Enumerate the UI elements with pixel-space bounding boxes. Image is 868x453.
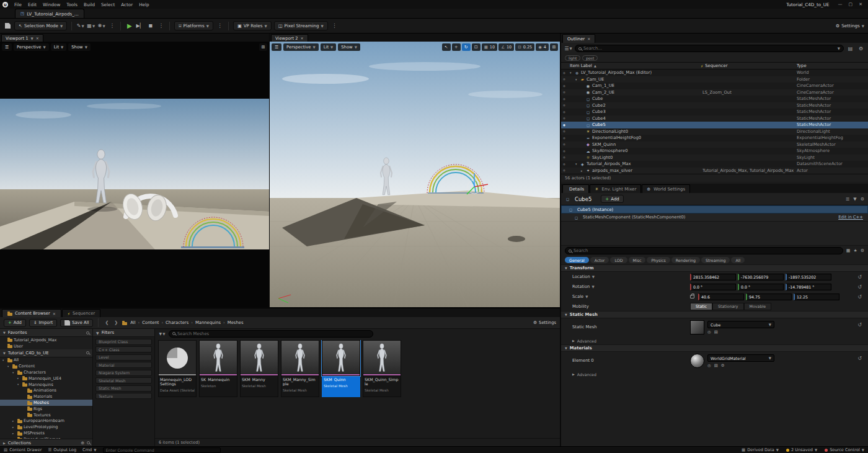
filter-item[interactable]: Skeletal Mesh (95, 377, 152, 383)
expand-arrow-icon[interactable]: ▾ (7, 365, 11, 368)
viewport-2-canvas[interactable]: ☰ Perspective▼ Lit▼ Show▼ ↖ + ↻ ⊡ ▦10 ∠1… (270, 42, 560, 307)
visibility-eye-icon[interactable]: ● (563, 97, 565, 101)
platforms-dropdown[interactable]: ⌸ Platforms ▼ (174, 21, 213, 30)
static-mesh-dropdown[interactable]: Cube▼ (707, 321, 774, 328)
details-settings-icon[interactable]: ⚙ (861, 197, 864, 202)
outliner-filter-icon[interactable]: ☰▼ (564, 44, 572, 53)
viewport-2-tab[interactable]: Viewport 2 ✕ (271, 34, 308, 42)
breadcrumb-item[interactable]: Mannequins (195, 320, 228, 325)
viewport-1-canvas[interactable]: ☰ Perspective▼ Lit▼ Show▼ ⊞ (0, 42, 269, 307)
search-icon[interactable] (86, 331, 89, 334)
details-filter-chip[interactable]: All (731, 257, 745, 263)
visibility-eye-icon[interactable]: ● (563, 137, 565, 140)
outliner-row[interactable]: ● Cube5 StaticMeshActor (561, 122, 868, 128)
rotation-z-field[interactable]: -14.789481 ° (786, 284, 831, 290)
source-control-button[interactable]: Source Control▼ (825, 447, 864, 452)
filter-item[interactable]: Blueprint Class (95, 339, 152, 345)
back-arrow-icon[interactable]: ❮ (104, 320, 110, 325)
outliner-row[interactable]: ● ▸ airpods_max_silver Tutorial_Airpods_… (561, 168, 868, 174)
scale-z-field[interactable]: 12.25 (794, 294, 839, 300)
derived-data-dropdown[interactable]: ▦Derived Data▼ (742, 447, 779, 452)
expand-arrow-icon[interactable]: ▾ (575, 78, 580, 81)
mobility-option[interactable]: Static (690, 303, 712, 310)
static-mesh-thumbnail[interactable] (690, 320, 704, 334)
reset-static-mesh-icon[interactable]: ↺ (857, 322, 862, 328)
visibility-eye-icon[interactable]: ● (563, 78, 565, 81)
unsaved-dropdown[interactable]: 2 Unsaved▼ (786, 447, 817, 452)
expand-arrow-icon[interactable]: ▾ (570, 71, 574, 74)
settings-dropdown[interactable]: ⚙ Settings ▼ (836, 23, 864, 29)
vp-roles-dropdown[interactable]: ▣ VP Roles ▼ (233, 21, 272, 30)
outliner-row[interactable]: ● Cube4 StaticMeshActor (561, 115, 868, 122)
cb-save-all-button[interactable]: Save All (60, 319, 93, 327)
maximize-button[interactable]: ▢ (846, 2, 856, 7)
add-collection-icon[interactable]: ⊕ (81, 441, 84, 446)
visibility-eye-icon[interactable]: ● (563, 71, 565, 74)
viewport-2-show-button[interactable]: Show▼ (338, 43, 360, 51)
breadcrumb-item[interactable]: Content (142, 320, 166, 325)
stop-button[interactable]: ◼ (146, 21, 154, 30)
chevron-down-icon[interactable]: ▼ (585, 295, 588, 298)
viewport-2-lit-button[interactable]: Lit▼ (321, 43, 337, 51)
expand-arrow-icon[interactable]: ▸ (581, 169, 585, 173)
expand-arrow-icon[interactable]: ▸ (12, 426, 16, 429)
outliner-row[interactable]: ● SkyAtmosphere0 SkyAtmosphere (561, 148, 868, 155)
details-filter-icon[interactable]: ▼ (853, 197, 856, 202)
close-icon[interactable]: ✕ (301, 36, 304, 40)
visibility-eye-icon[interactable]: ● (563, 110, 565, 114)
expand-arrow-icon[interactable]: ▾ (12, 371, 16, 374)
breadcrumb-item[interactable]: All (130, 320, 142, 325)
quick-add-dropdown[interactable]: ▦▼ (87, 21, 95, 30)
outliner-row[interactable]: ● SKM_Quinn SkeletalMeshActor (561, 141, 868, 148)
browse-to-asset-icon[interactable]: ▤ (714, 363, 718, 368)
filter-item[interactable]: Texture (95, 393, 152, 399)
menu-item[interactable]: Actor (118, 0, 136, 9)
filter-item[interactable]: Static Mesh (95, 385, 152, 392)
visibility-eye-icon[interactable]: ● (563, 156, 565, 159)
viewport-1-menu-button[interactable]: ☰ (2, 43, 12, 51)
landscape-dropdown[interactable]: ❋▼ (97, 21, 105, 30)
favorites-star-icon[interactable]: ★ (853, 248, 857, 253)
filter-item[interactable]: Niagara System (95, 370, 152, 376)
select-tool-icon[interactable]: ↖ (442, 43, 451, 51)
outliner-row[interactable]: ● ▾ Tutorial_Airpods_Max DatasmithSceneA… (561, 161, 868, 168)
location-x-field[interactable]: 2815.358462 (690, 274, 736, 280)
visibility-eye-icon[interactable]: ● (563, 117, 565, 120)
menu-item[interactable]: Select (98, 0, 118, 9)
visibility-eye-icon[interactable]: ● (563, 150, 565, 153)
tree-folder-item[interactable]: ▸ MSPresets (0, 430, 92, 436)
material-thumbnail[interactable] (690, 354, 704, 368)
output-log-button[interactable]: ☰Output Log (48, 447, 76, 452)
viewport-1-lit-button[interactable]: Lit▼ (51, 43, 67, 51)
rotation-y-field[interactable]: 0.0 ° (738, 284, 784, 290)
details-filter-chip[interactable]: Actor (590, 257, 609, 263)
tree-folder-item[interactable]: Materials (0, 393, 92, 400)
search-icon[interactable] (87, 441, 90, 444)
favorite-item[interactable]: Tutorial_Airpods_Max (0, 337, 92, 343)
use-selected-icon[interactable]: ◎ (707, 363, 711, 368)
breadcrumb-item[interactable]: Characters (166, 320, 195, 325)
close-icon[interactable]: ✕ (36, 36, 39, 40)
cb-settings-button[interactable]: ⚙ Settings (533, 320, 556, 325)
tree-folder-item[interactable]: Animations (0, 388, 92, 394)
details-filter-chip[interactable]: Streaming (701, 257, 730, 263)
reset-rotation-icon[interactable]: ↺ (857, 284, 862, 290)
visibility-eye-icon[interactable]: ● (563, 104, 565, 107)
column-type[interactable]: Type (797, 63, 807, 68)
asset-tile[interactable]: Mannequin_LOD Settings Data Asset (Skele… (158, 340, 197, 397)
menu-item[interactable]: Help (136, 0, 152, 9)
expand-arrow-icon[interactable]: ▾ (2, 359, 6, 362)
expand-arrow-icon[interactable]: ▾ (575, 162, 580, 166)
mobility-option[interactable]: Movable (744, 303, 772, 310)
outliner-row[interactable]: ● ▾ LV_Tutoroial_Airpods_Max (Editor) Wo… (561, 70, 868, 76)
menu-item[interactable]: Tools (63, 0, 81, 9)
visibility-eye-icon[interactable]: ● (563, 123, 565, 127)
outliner-row[interactable]: ● DirectionalLight0 DirectionalLight (561, 128, 868, 135)
materials-advanced[interactable]: ▶ Advanced (561, 370, 868, 378)
outliner-search-input[interactable] (583, 46, 836, 51)
content-drawer-button[interactable]: ▤Content Drawer (4, 447, 42, 452)
tree-folder-item[interactable]: ▾ All (0, 357, 92, 364)
viewport-2-maximize-icon[interactable]: ⊞ (550, 43, 558, 51)
close-icon[interactable]: ✕ (53, 312, 56, 316)
menu-item[interactable]: Edit (25, 0, 40, 9)
